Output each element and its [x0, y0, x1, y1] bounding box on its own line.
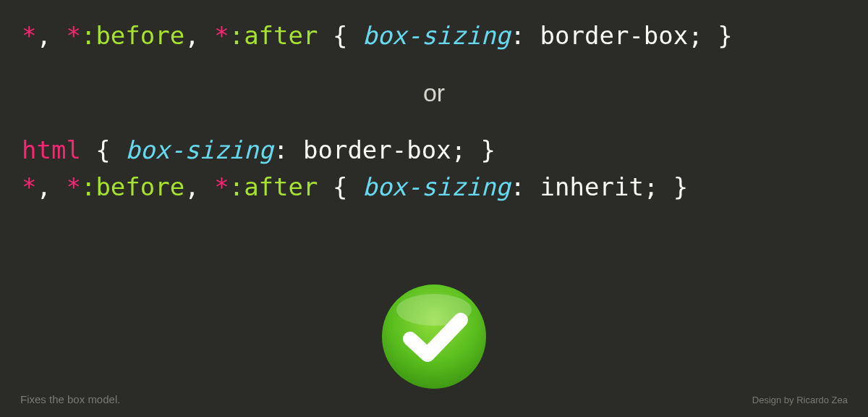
selector-star: *: [214, 172, 229, 201]
code-block: *, *:before, *:after { box-sizing: borde…: [22, 17, 846, 206]
checkmark-icon: [380, 282, 488, 391]
selector-star: *: [214, 21, 229, 50]
css-property: box-sizing: [362, 21, 511, 50]
pseudo-before: :before: [81, 172, 184, 201]
caption-text: Fixes the box model.: [20, 393, 120, 405]
css-value: border-box: [303, 135, 451, 164]
code-line-1: *, *:before, *:after { box-sizing: borde…: [22, 17, 846, 54]
selector-html: html: [22, 135, 81, 164]
or-label: or: [22, 75, 846, 111]
colon: :: [273, 135, 303, 164]
selector-star: *: [66, 21, 80, 50]
selector-star: *: [22, 172, 36, 201]
brace-open: {: [318, 172, 362, 201]
brace-close: ; }: [451, 135, 495, 164]
selector-star: *: [22, 21, 36, 50]
comma: ,: [184, 21, 214, 50]
comma: ,: [36, 172, 66, 201]
colon: :: [511, 172, 540, 201]
brace-close: ; }: [644, 172, 688, 201]
comma: ,: [36, 21, 66, 50]
brace-close: ; }: [688, 21, 732, 50]
credit-text: Design by Ricardo Zea: [752, 395, 848, 405]
brace-open: {: [81, 135, 125, 164]
css-property: box-sizing: [125, 135, 273, 164]
css-value: border-box: [540, 21, 689, 50]
selector-star: *: [66, 172, 80, 201]
css-value: inherit: [540, 172, 644, 201]
brace-open: {: [318, 21, 362, 50]
colon: :: [511, 21, 540, 50]
pseudo-after: :after: [229, 21, 318, 50]
comma: ,: [184, 172, 214, 201]
code-line-3: *, *:before, *:after { box-sizing: inher…: [22, 169, 846, 206]
pseudo-before: :before: [81, 21, 184, 50]
css-property: box-sizing: [362, 172, 511, 201]
code-line-2: html { box-sizing: border-box; }: [22, 132, 846, 169]
pseudo-after: :after: [229, 172, 318, 201]
